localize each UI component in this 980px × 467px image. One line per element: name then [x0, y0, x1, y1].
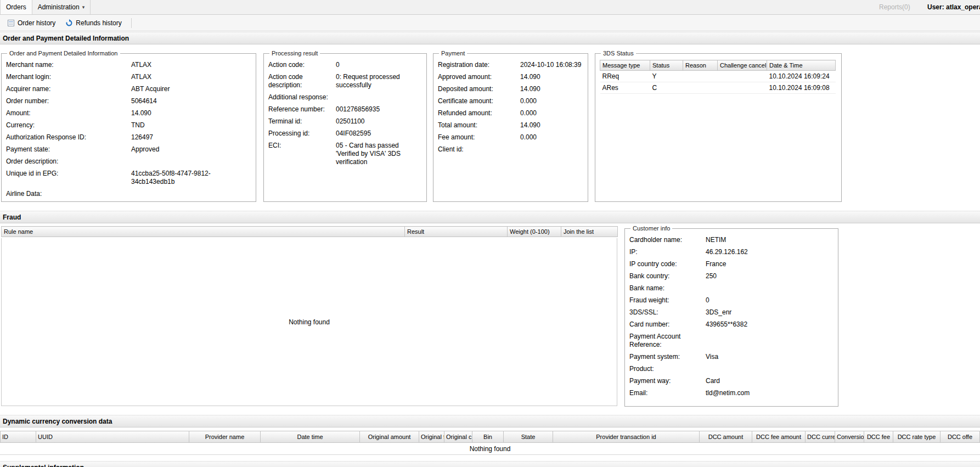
field-row: Fee amount: 0.000 [438, 133, 583, 142]
field-row: Order description: [6, 157, 251, 166]
field-row: Amount: 14.090 [6, 109, 251, 117]
field-label: Certificate amount: [438, 97, 520, 105]
cell-status: Y [650, 71, 683, 82]
field-row: Merchant name: ATLAX [6, 61, 251, 69]
field-row: ECI: 05 - Card has passed 'Verified by V… [268, 142, 422, 166]
dcc-column-header[interactable]: UUID [36, 431, 189, 443]
field-value: 0 [706, 296, 833, 305]
dcc-column-header[interactable]: Bin [472, 431, 504, 443]
dcc-column-header[interactable]: DCC fee [864, 431, 893, 443]
field-value: 0: Request processed successfully [336, 73, 422, 89]
dcc-column-header[interactable]: Original amount [360, 431, 419, 443]
fraud-col-weight[interactable]: Weight (0-100) [508, 227, 561, 237]
payment-fields: Registration date: 2024-10-10 16:08:39 A… [438, 59, 583, 154]
order-details-legend: Order and Payment Detailed Information [7, 50, 120, 57]
field-value: NETIM [706, 236, 833, 244]
section-details-title: Order and Payment Detailed Information [3, 35, 129, 42]
field-label: Fraud weight: [629, 296, 706, 305]
field-row: Deposited amount: 14.090 [438, 85, 583, 93]
threeds-header-row: Message type Status Reason Challenge can… [600, 60, 836, 71]
field-value: 250 [706, 272, 833, 280]
field-row: Bank name: [629, 284, 833, 292]
order-history-button[interactable]: Order history [2, 17, 60, 29]
field-row: Fraud weight: 0 [629, 296, 833, 305]
dcc-column-header[interactable]: DCC curre [806, 431, 835, 443]
field-value: 3DS_enr [706, 308, 833, 317]
field-label: Acquirer name: [6, 85, 131, 93]
reports-link[interactable]: Reports(0) [879, 0, 910, 15]
dcc-column-header[interactable]: Original c [444, 431, 472, 443]
field-label: Cardholder name: [629, 236, 706, 244]
field-value: Card [706, 377, 833, 385]
field-value: 0.000 [520, 133, 583, 142]
dcc-empty-message: Nothing found [470, 445, 511, 453]
fraud-header-row: Rule name Result Weight (0-100) Join the… [2, 227, 618, 237]
field-label: Action code: [268, 61, 336, 69]
fraud-col-rule-name[interactable]: Rule name [2, 227, 405, 237]
fraud-table-header: Rule name Result Weight (0-100) Join the… [1, 226, 618, 237]
field-row: Refunded amount: 0.000 [438, 109, 583, 117]
dcc-column-header[interactable]: State [504, 431, 553, 443]
field-label: Currency: [6, 121, 131, 130]
order-history-label: Order history [18, 19, 55, 27]
customer-info-legend: Customer info [630, 225, 672, 232]
menu-item-administration[interactable]: Administration ▾ [32, 0, 91, 14]
dcc-column-header[interactable]: Date time [261, 431, 360, 443]
fraud-col-join-the-list[interactable]: Join the list [561, 227, 618, 237]
field-value: tld@netim.com [706, 389, 833, 397]
section-header-supplemental: Supplemental information [0, 461, 980, 467]
field-label: Approved amount: [438, 73, 520, 81]
section-header-fraud: Fraud [0, 211, 980, 223]
field-label: Registration date: [438, 61, 520, 69]
refunds-history-button[interactable]: Refunds history [60, 17, 126, 29]
dcc-column-header[interactable]: Provider transaction id [553, 431, 700, 443]
field-row: Registration date: 2024-10-10 16:08:39 [438, 61, 583, 69]
user-label: User: atlax_operato [927, 0, 980, 15]
dcc-column-header[interactable]: DCC offe [940, 431, 980, 443]
cell-challenge-cancel [718, 71, 767, 82]
cell-message-type: ARes [600, 82, 650, 94]
cell-message-type: RReq [600, 71, 650, 82]
field-row: Processing id: 04IF082595 [268, 130, 422, 138]
field-label: Authorization Response ID: [6, 133, 131, 142]
menu-bar: Orders Administration ▾ [0, 0, 980, 15]
field-label: Unique id in EPG: [6, 170, 131, 178]
threeds-status-legend: 3DS Status [601, 50, 636, 57]
field-label: Payment Account Reference: [629, 333, 706, 349]
field-row: Action code description: 0: Request proc… [268, 73, 422, 89]
dcc-column-header[interactable]: Original f [419, 431, 444, 443]
field-row: Total amount: 14.090 [438, 121, 583, 130]
field-label: 3DS/SSL: [629, 308, 706, 317]
dcc-column-header[interactable]: DCC fee amount [752, 431, 806, 443]
dcc-column-header[interactable]: ID [1, 431, 36, 443]
field-label: Additional response: [268, 93, 336, 102]
order-details-panel: Order and Payment Detailed Information M… [1, 50, 256, 202]
field-value: 0.000 [520, 97, 583, 105]
field-row: Reference number: 001276856935 [268, 105, 422, 114]
field-label: ECI: [268, 142, 336, 150]
field-value: 14.090 [520, 121, 583, 130]
field-value: France [706, 260, 833, 268]
menu-item-orders[interactable]: Orders [0, 0, 32, 14]
field-label: Airline Data: [6, 190, 131, 198]
section-supplemental-title: Supplemental information [3, 464, 84, 467]
threeds-col-message-type: Message type [600, 60, 650, 71]
threeds-col-challenge-cancel: Challenge cancel [718, 60, 767, 71]
section-header-details: Order and Payment Detailed Information [0, 32, 980, 44]
menu-orders-label: Orders [6, 3, 26, 11]
field-row: Authorization Response ID: 126497 [6, 133, 251, 142]
dcc-column-header[interactable]: DCC amount [700, 431, 752, 443]
dcc-column-header[interactable]: Conversio [835, 431, 864, 443]
field-row: 3DS/SSL: 3DS_enr [629, 308, 833, 317]
dcc-empty-row: Nothing found [0, 443, 980, 455]
order-details-fields: Merchant name: ATLAX Merchant login: ATL… [6, 59, 251, 198]
field-row: Currency: TND [6, 121, 251, 130]
field-value: 41ccba25-50f8-4747-9812-34cb143edb1b [131, 170, 251, 186]
field-label: Deposited amount: [438, 85, 520, 93]
fraud-col-result[interactable]: Result [405, 227, 508, 237]
field-label: Product: [629, 365, 706, 373]
field-value: Approved [131, 145, 251, 154]
dcc-column-header[interactable]: DCC rate type [893, 431, 940, 443]
field-value: 14.090 [520, 85, 583, 93]
dcc-column-header[interactable]: Provider name [189, 431, 261, 443]
